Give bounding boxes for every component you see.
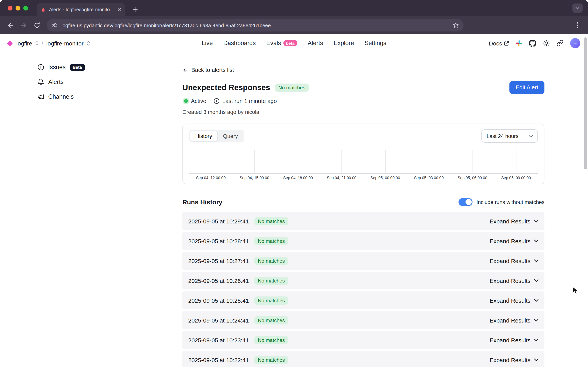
chevron-down-icon	[534, 239, 539, 242]
expand-results-button[interactable]: Expand Results	[490, 297, 539, 304]
expand-results-button[interactable]: Expand Results	[490, 238, 539, 244]
theme-sun-icon[interactable]	[543, 40, 550, 47]
run-timestamp: 2025-09-05 at 10:22:41	[188, 357, 249, 363]
expand-results-button[interactable]: Expand Results	[490, 317, 539, 324]
back-to-alerts-link[interactable]: Back to alerts list	[182, 67, 234, 73]
expand-results-button[interactable]: Expand Results	[490, 357, 539, 363]
chart-gridline	[254, 150, 255, 173]
bell-icon	[37, 78, 44, 85]
github-icon[interactable]	[529, 39, 536, 47]
run-status-badge: No matches	[254, 336, 288, 344]
page-title: Unexpected Responses	[182, 83, 270, 92]
expand-results-label: Expand Results	[490, 297, 530, 304]
expand-results-button[interactable]: Expand Results	[490, 258, 539, 264]
chevron-down-icon	[534, 219, 539, 223]
nav-dashboards[interactable]: Dashboards	[223, 40, 256, 47]
expand-results-label: Expand Results	[490, 258, 530, 264]
run-status-badge: No matches	[254, 296, 288, 304]
browser-toolbar: logfire-us.pydantic.dev/logfire/logfire-…	[0, 16, 588, 34]
minimize-window-button[interactable]	[16, 6, 20, 10]
axis-tick-label: Sep 04, 15:00:00	[233, 176, 276, 180]
nav-settings[interactable]: Settings	[365, 40, 386, 47]
expand-results-label: Expand Results	[490, 218, 530, 224]
run-timestamp: 2025-09-05 at 10:26:41	[188, 277, 249, 284]
zoom-window-button[interactable]	[23, 6, 28, 10]
run-timestamp: 2025-09-05 at 10:28:41	[188, 238, 249, 244]
evals-beta-badge: beta	[283, 40, 297, 46]
expand-results-button[interactable]: Expand Results	[490, 277, 539, 284]
sidebar-item-alerts[interactable]: Alerts	[37, 77, 175, 87]
chart-gridline	[516, 150, 516, 173]
sidebar-item-label: Channels	[48, 93, 74, 100]
nav-live[interactable]: Live	[202, 40, 213, 47]
run-timestamp: 2025-09-05 at 10:29:41	[188, 218, 249, 224]
chevron-down-icon	[534, 279, 539, 282]
logfire-logo-icon	[7, 40, 13, 46]
docs-link[interactable]: Docs	[489, 40, 509, 46]
forward-button-icon[interactable]	[18, 19, 30, 31]
run-timestamp: 2025-09-05 at 10:24:41	[188, 317, 249, 324]
browser-menu-icon[interactable]	[572, 19, 583, 31]
history-chart	[189, 150, 538, 174]
nav-explore[interactable]: Explore	[334, 40, 354, 47]
tab-search-button[interactable]	[572, 3, 583, 13]
reload-button-icon[interactable]	[31, 19, 43, 31]
project-chevrons-icon[interactable]	[87, 41, 90, 46]
expand-results-label: Expand Results	[490, 238, 530, 244]
axis-tick-label: Sep 04, 18:00:00	[276, 176, 320, 180]
bookmark-star-icon[interactable]	[453, 22, 459, 28]
header-actions: Docs –	[489, 38, 580, 48]
chevron-down-icon	[534, 299, 539, 302]
alert-detail: Back to alerts list Unexpected Responses…	[182, 52, 545, 367]
expand-results-label: Expand Results	[490, 357, 530, 363]
tab-query[interactable]: Query	[218, 131, 243, 142]
run-row: 2025-09-05 at 10:27:41 No matches Expand…	[182, 252, 545, 270]
arrow-left-icon	[182, 67, 188, 73]
logfire-favicon-icon	[41, 7, 46, 12]
back-button-icon[interactable]	[5, 19, 16, 31]
runs-history-header: Runs History Include runs without matche…	[182, 198, 545, 206]
include-runs-toggle[interactable]	[459, 198, 472, 206]
slack-icon[interactable]	[516, 40, 522, 46]
history-card: History Query Last 24 hours	[182, 124, 545, 184]
chart-gridline	[429, 150, 429, 173]
address-bar[interactable]: logfire-us.pydantic.dev/logfire/logfire-…	[47, 19, 464, 32]
sidebar-item-channels[interactable]: Channels	[37, 92, 175, 102]
browser-window: Alerts · logfire/logfire-monito logfire-…	[0, 0, 588, 367]
tab-title: Alerts · logfire/logfire-monito	[49, 7, 114, 12]
user-avatar[interactable]: –	[570, 38, 580, 48]
close-window-button[interactable]	[8, 6, 12, 10]
edit-alert-button[interactable]: Edit Alert	[510, 81, 545, 94]
nav-alerts[interactable]: Alerts	[308, 40, 323, 47]
chevron-down-icon	[534, 338, 539, 342]
run-status-badge: No matches	[254, 257, 288, 265]
alert-title-row: Unexpected Responses No matches Edit Ale…	[182, 81, 545, 94]
org-chevrons-icon[interactable]	[35, 41, 39, 46]
run-row: 2025-09-05 at 10:25:41 No matches Expand…	[182, 292, 545, 309]
org-switcher[interactable]: logfire	[16, 40, 32, 46]
axis-tick-label: Sep 04, 12:00:00	[189, 176, 233, 180]
run-clock-icon	[213, 98, 220, 104]
run-row: 2025-09-05 at 10:22:41 No matches Expand…	[182, 351, 545, 367]
breadcrumb: logfire / logfire-monitor	[8, 40, 90, 46]
time-range-select[interactable]: Last 24 hours	[481, 129, 538, 143]
site-settings-icon[interactable]	[51, 22, 58, 28]
new-tab-button[interactable]	[130, 4, 140, 14]
chart-gridline	[298, 150, 298, 173]
share-link-icon[interactable]	[556, 40, 563, 47]
expand-results-label: Expand Results	[490, 277, 530, 284]
browser-tab[interactable]: Alerts · logfire/logfire-monito	[37, 3, 125, 16]
expand-results-button[interactable]: Expand Results	[490, 218, 539, 224]
browser-titlebar: Alerts · logfire/logfire-monito	[0, 0, 588, 16]
project-switcher[interactable]: logfire-monitor	[46, 40, 84, 46]
sidebar-item-issues[interactable]: Issues Beta	[37, 62, 175, 72]
run-status-badge: No matches	[254, 276, 288, 285]
tab-history[interactable]: History	[190, 131, 218, 142]
nav-evals[interactable]: Evals beta	[266, 40, 297, 47]
run-status-badge: No matches	[254, 316, 288, 324]
expand-results-button[interactable]: Expand Results	[490, 337, 539, 343]
tab-close-icon[interactable]	[118, 8, 121, 12]
app-header: logfire / logfire-monitor Live Dashboard…	[0, 34, 588, 52]
url-text[interactable]: logfire-us.pydantic.dev/logfire/logfire-…	[61, 22, 449, 28]
page-scrollbar-thumb[interactable]	[584, 37, 587, 169]
